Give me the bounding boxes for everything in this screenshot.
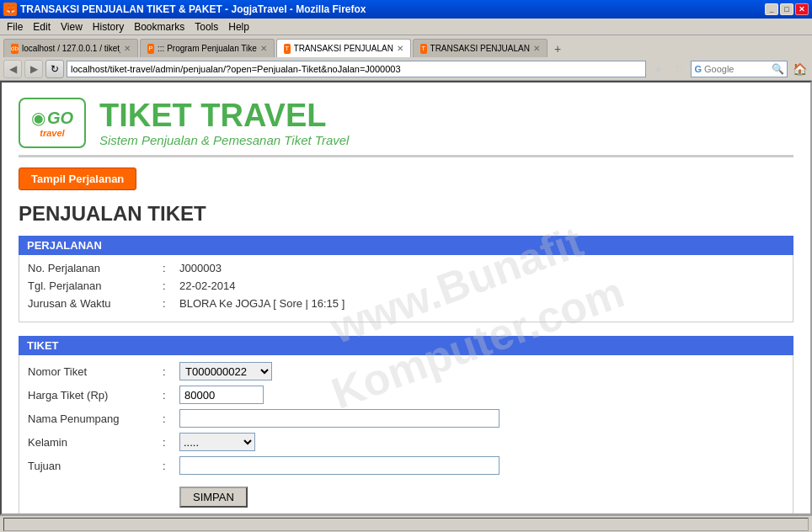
address-bar: ◀ ▶ ↻ ★ ↻ G 🔍 🏠 [0, 57, 812, 81]
search-g-icon: G [694, 64, 702, 74]
field-jurusan: Jurusan & Waktu : BLORA Ke JOGJA [ Sore … [28, 297, 784, 310]
field-tujuan: Tujuan : [28, 456, 784, 475]
firefox-icon: 🦊 [3, 3, 17, 16]
header-title: TIKET TRAVEL [99, 98, 793, 134]
close-button[interactable]: ✕ [795, 3, 809, 15]
logo-travel-text: travel [40, 128, 64, 138]
page-title: PENJUALAN TIKET [19, 202, 793, 226]
tab2-favicon: P [147, 44, 154, 54]
menu-view[interactable]: View [56, 20, 88, 34]
menu-bookmarks[interactable]: Bookmarks [129, 20, 190, 34]
tab4-close[interactable]: ✕ [533, 44, 540, 53]
tab3-close[interactable]: ✕ [397, 44, 403, 53]
field-tgl-perjalanan: Tgl. Perjalanan : 22-02-2014 [28, 279, 784, 292]
label-tujuan: Tujuan [28, 460, 163, 472]
maximize-button[interactable]: □ [780, 3, 793, 15]
section-tiket-body: Nomor Tiket : T000000022 Harga Tiket (Rp… [19, 355, 793, 515]
section-perjalanan-header: PERJALANAN [19, 236, 793, 255]
site-header: ◉ GO travel TIKET TRAVEL Sistem Penjuala… [19, 91, 793, 157]
tab2-close[interactable]: ✕ [260, 44, 267, 53]
search-submit-icon[interactable]: 🔍 [772, 63, 784, 75]
reload-nav[interactable]: ↻ [670, 60, 688, 78]
tab3-label: TRANSAKSI PENJUALAN TIKET & PAK... [294, 44, 393, 53]
simpan-button[interactable]: SIMPAN [179, 487, 248, 508]
label-no-perjalanan: No. Perjalanan [28, 262, 163, 274]
field-nomor-tiket: Nomor Tiket : T000000022 [28, 362, 784, 380]
menu-help[interactable]: Help [223, 20, 254, 34]
menu-history[interactable]: History [88, 20, 129, 34]
simpan-container: SIMPAN [28, 481, 784, 508]
nomor-tiket-select[interactable]: T000000022 [179, 362, 272, 380]
label-nomor-tiket: Nomor Tiket [28, 365, 163, 378]
field-nama-penumpang: Nama Penumpang : [28, 409, 784, 428]
label-tgl-perjalanan: Tgl. Perjalanan [28, 279, 163, 292]
menu-file[interactable]: File [2, 20, 28, 34]
search-box: G 🔍 [691, 61, 788, 77]
value-no-perjalanan: J000003 [179, 262, 222, 274]
logo-symbol-icon: ◉ [31, 108, 45, 128]
header-subtitle: Sistem Penjualan & Pemesanan Tiket Trave… [99, 133, 793, 147]
tujuan-input[interactable] [179, 456, 499, 475]
tab1-favicon: db [11, 44, 19, 54]
title-bar: 🦊 TRANSAKSI PENJUALAN TIKET & PAKET - Jo… [0, 0, 812, 19]
forward-button[interactable]: ▶ [24, 60, 43, 78]
tab4-favicon: T [420, 44, 427, 54]
menu-bar: File Edit View History Bookmarks Tools H… [0, 19, 812, 35]
window-title: TRANSAKSI PENJUALAN TIKET & PAKET - Jogj… [20, 3, 765, 15]
field-no-perjalanan: No. Perjalanan : J000003 [28, 262, 784, 274]
new-tab-button[interactable]: + [549, 40, 566, 57]
tampil-perjalanan-button[interactable]: Tampil Perjalanan [19, 168, 136, 190]
tab1-label: localhost / 127.0.0.1 / tiket_traveldb..… [22, 44, 120, 53]
minimize-button[interactable]: _ [765, 3, 778, 15]
tab-1[interactable]: db localhost / 127.0.0.1 / tiket_traveld… [3, 39, 138, 57]
tabs-bar: db localhost / 127.0.0.1 / tiket_traveld… [0, 35, 812, 57]
tab-3[interactable]: T TRANSAKSI PENJUALAN TIKET & PAK... ✕ [276, 39, 411, 57]
logo-box: ◉ GO travel [19, 98, 86, 148]
header-text: TIKET TRAVEL Sistem Penjualan & Pemesana… [99, 98, 793, 148]
nama-penumpang-input[interactable] [179, 409, 499, 428]
tab-4[interactable]: T TRANSAKSI PENJUALAN TIKET & PAK... ✕ [413, 39, 548, 57]
section-tiket-header: TIKET [19, 336, 793, 355]
menu-edit[interactable]: Edit [28, 20, 56, 34]
harga-tiket-input[interactable] [179, 386, 264, 404]
tab-2[interactable]: P ::: Program Penjualan Tiket Travel - S… [140, 39, 275, 57]
tab3-favicon: T [284, 44, 291, 54]
kelamin-select[interactable]: ..... Laki-laki Perempuan [179, 433, 255, 451]
value-tgl-perjalanan: 22-02-2014 [179, 279, 236, 292]
search-input[interactable] [704, 64, 772, 74]
browser-content: www.BunafitKomputer.com ◉ GO travel TIKE… [0, 81, 812, 515]
window-controls: _ □ ✕ [765, 3, 809, 15]
home-button[interactable]: 🏠 [790, 60, 809, 78]
address-input[interactable] [67, 61, 646, 77]
tab2-label: ::: Program Penjualan Tiket Travel - Si.… [158, 44, 257, 53]
field-harga-tiket: Harga Tiket (Rp) : [28, 386, 784, 404]
menu-tools[interactable]: Tools [190, 20, 223, 34]
status-text [3, 518, 809, 531]
reload-button[interactable]: ↻ [45, 60, 64, 78]
section-perjalanan-body: No. Perjalanan : J000003 Tgl. Perjalanan… [19, 255, 793, 322]
bookmark-star[interactable]: ★ [649, 60, 667, 78]
value-jurusan: BLORA Ke JOGJA [ Sore | 16:15 ] [179, 297, 345, 310]
tab4-label: TRANSAKSI PENJUALAN TIKET & PAK... [430, 44, 530, 53]
label-kelamin: Kelamin [28, 436, 163, 449]
status-bar [0, 515, 812, 532]
logo-go-text: GO [47, 109, 73, 128]
label-harga-tiket: Harga Tiket (Rp) [28, 389, 163, 402]
field-kelamin: Kelamin : ..... Laki-laki Perempuan [28, 433, 784, 451]
page-wrapper: www.BunafitKomputer.com ◉ GO travel TIKE… [2, 82, 810, 515]
tab1-close[interactable]: ✕ [124, 44, 131, 53]
label-jurusan: Jurusan & Waktu [28, 297, 163, 310]
back-button[interactable]: ◀ [3, 60, 22, 78]
label-nama-penumpang: Nama Penumpang [28, 412, 163, 425]
nomor-tiket-container: T000000022 [179, 362, 272, 380]
